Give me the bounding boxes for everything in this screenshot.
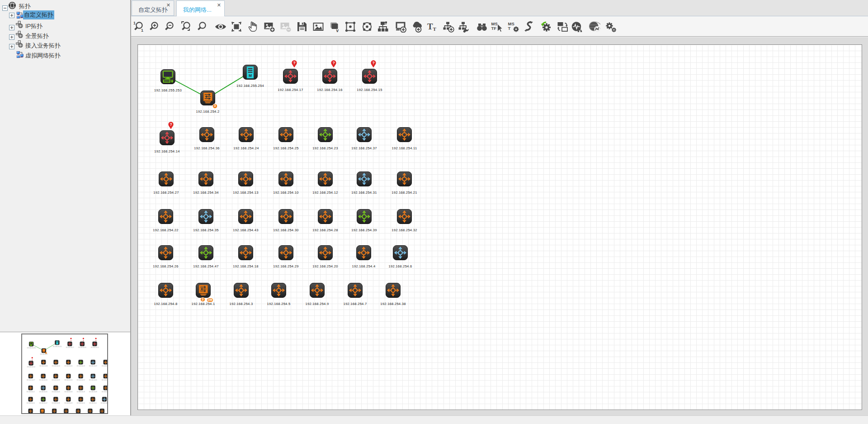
svg-text:192.168.254.47: 192.168.254.47 xyxy=(39,402,48,404)
svg-text:T: T xyxy=(427,22,433,31)
svg-text:192.168.254.11: 192.168.254.11 xyxy=(102,365,107,367)
svg-text:v: v xyxy=(336,28,339,33)
svg-text:192.168.254.43: 192.168.254.43 xyxy=(52,391,60,393)
svg-text:T: T xyxy=(433,26,437,32)
svg-text:192.168.254.37: 192.168.254.37 xyxy=(89,365,98,367)
svg-text:192.168.254.25: 192.168.254.25 xyxy=(64,365,73,367)
svg-text:192.168.254.16: 192.168.254.16 xyxy=(78,347,87,348)
svg-text:192.168.254.21: 192.168.254.21 xyxy=(102,379,107,381)
svg-text:192.168.254.20: 192.168.254.20 xyxy=(77,402,85,404)
svg-text:192.168.255.254: 192.168.255.254 xyxy=(53,346,62,348)
svg-text:192.168.254.2: 192.168.254.2 xyxy=(40,353,48,355)
svg-text:192.168.254.26: 192.168.254.26 xyxy=(27,402,35,404)
svg-text:192.168.254.28: 192.168.254.28 xyxy=(77,391,85,393)
svg-text:192.168.254.4: 192.168.254.4 xyxy=(89,402,97,404)
svg-text:192.168.254.10: 192.168.254.10 xyxy=(64,379,73,381)
svg-text:192.168.254.29: 192.168.254.29 xyxy=(64,402,73,404)
svg-text:T: T xyxy=(508,26,511,31)
svg-text:192.168.254.6: 192.168.254.6 xyxy=(101,402,107,404)
svg-text:1: 1 xyxy=(133,21,136,25)
svg-text:192.168.254.17: 192.168.254.17 xyxy=(66,347,74,348)
svg-text:192.168.254.18: 192.168.254.18 xyxy=(52,402,60,404)
svg-text:192.168.254.23: 192.168.254.23 xyxy=(77,365,85,367)
svg-text:192.168.254.14: 192.168.254.14 xyxy=(27,366,36,368)
svg-text:1: 1 xyxy=(141,28,143,33)
svg-text:192.168.254.31: 192.168.254.31 xyxy=(89,379,98,381)
svg-text:192.168.254.15: 192.168.254.15 xyxy=(90,347,99,348)
svg-text:192.168.254.34: 192.168.254.34 xyxy=(39,379,48,381)
svg-text:192.168.254.27: 192.168.254.27 xyxy=(27,379,35,381)
svg-text:192.168.254.32: 192.168.254.32 xyxy=(102,391,107,393)
svg-text:192.168.254.36: 192.168.254.36 xyxy=(39,365,48,367)
svg-text:TF: TF xyxy=(491,26,497,31)
svg-text:192.168.254.22: 192.168.254.22 xyxy=(27,391,35,393)
svg-text:192.168.255.253: 192.168.255.253 xyxy=(27,347,36,349)
svg-text:192.168.254.39: 192.168.254.39 xyxy=(89,391,98,393)
svg-text:192.168.254.35: 192.168.254.35 xyxy=(39,391,48,393)
svg-text:192.168.254.24: 192.168.254.24 xyxy=(52,365,61,367)
svg-text:192.168.254.12: 192.168.254.12 xyxy=(77,379,85,381)
svg-text:192.168.254.30: 192.168.254.30 xyxy=(64,391,73,393)
svg-text:192.168.254.13: 192.168.254.13 xyxy=(52,379,60,381)
